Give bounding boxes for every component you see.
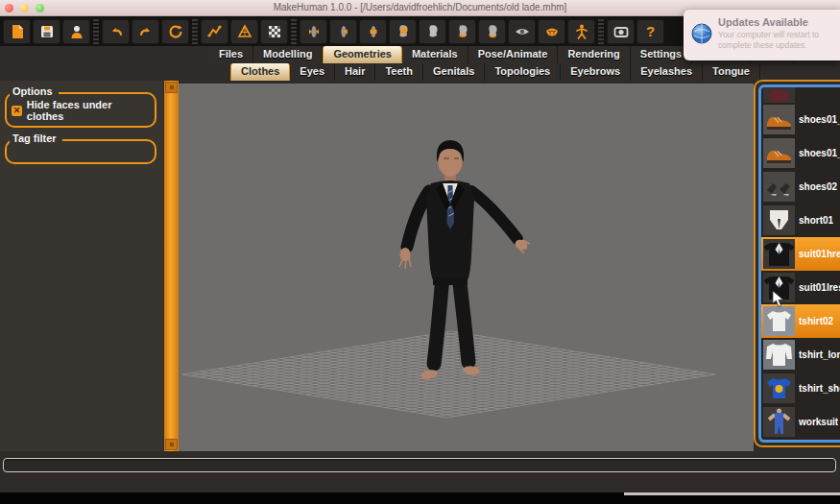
pose-figure-icon [573, 23, 590, 40]
left-panel-scrollbar[interactable] [164, 81, 179, 451]
camera-icon [612, 23, 630, 40]
list-item-shoes01-l[interactable]: shoes01_l [761, 136, 840, 170]
help-icon: ? [646, 24, 655, 38]
subtab-hair[interactable]: Hair [335, 63, 375, 81]
reload-button[interactable] [161, 19, 189, 44]
reload-icon [167, 23, 184, 40]
thumbnail-white-longsleeve [763, 340, 795, 370]
item-label: suit01hres [799, 249, 840, 259]
camera-button[interactable] [607, 19, 635, 44]
update-notification[interactable]: Updates Available Your computer will res… [684, 10, 840, 60]
head-chin-icon [454, 23, 471, 40]
left-options-panel: Options ✕ Hide faces under clothes Tag f… [0, 81, 163, 451]
undo-icon [108, 23, 125, 40]
head-neck-icon [484, 23, 501, 40]
toolbar-separator [192, 19, 198, 44]
symmetry-left-button[interactable] [329, 19, 357, 44]
list-item-shoes01-h[interactable]: shoes01_h [761, 103, 840, 136]
tab-geometries[interactable]: Geometries [323, 46, 402, 63]
subtab-tongue[interactable]: Tongue [703, 63, 760, 81]
toolbar-separator [598, 19, 604, 44]
list-item-short01[interactable]: short01 [761, 204, 840, 237]
symmetry-box-button[interactable] [359, 19, 387, 44]
face-texture-button[interactable] [389, 19, 417, 44]
item-label: shoes02 [799, 181, 837, 192]
pose-figure-button[interactable] [567, 19, 595, 44]
thumbnail-blue-overalls [763, 407, 795, 437]
symmetry-right-button[interactable] [300, 19, 327, 44]
undo-button[interactable] [102, 19, 130, 44]
list-item-tshirt-long[interactable]: tshirt_long [761, 338, 840, 372]
clothes-list-frame: shoes01_h shoes01_l shoes02 short01 [754, 80, 840, 447]
subtab-eyelashes[interactable]: Eyelashes [631, 63, 703, 81]
subtab-eyebrows[interactable]: Eyebrows [561, 63, 631, 81]
thumbnail-black-suit [763, 239, 795, 269]
list-item-tshirt02[interactable]: tshirt02 [761, 304, 840, 338]
new-button[interactable] [3, 19, 31, 44]
load-icon [68, 23, 85, 40]
mesh-button[interactable] [230, 19, 258, 44]
subtab-teeth[interactable]: Teeth [375, 63, 423, 81]
tag-filter-group: Tag filter [5, 139, 156, 164]
list-item-worksuit[interactable]: worksuit [761, 405, 840, 439]
thumbnail-blue-tshirt [763, 373, 795, 403]
options-group-label: Options [10, 85, 59, 97]
load-button[interactable] [62, 19, 90, 44]
list-item-shoes02[interactable]: shoes02 [761, 170, 840, 204]
toolbar-separator [93, 19, 99, 44]
help-button[interactable]: ? [636, 19, 664, 44]
mesh-icon [236, 23, 253, 40]
thumbnail-white-shorts [763, 205, 795, 235]
list-item-suit01hres[interactable]: suit01hres [761, 237, 840, 271]
item-label: worksuit [799, 417, 838, 427]
eye-button[interactable] [508, 19, 536, 44]
tab-files[interactable]: Files [209, 46, 253, 63]
thumbnail-sneaker-orange [763, 105, 795, 134]
symmetry-right-icon [305, 23, 323, 40]
new-icon [9, 23, 26, 40]
bottom-bar [0, 492, 840, 504]
head-chin-button[interactable] [448, 19, 476, 44]
viewport-3d[interactable] [179, 84, 754, 451]
thumbnail-sneaker-orange [763, 138, 795, 168]
sub-tabbar: Clothes Eyes Hair Teeth Genitals Topolog… [0, 63, 840, 81]
hide-faces-label: Hide faces under clothes [27, 99, 150, 122]
subtab-topologies[interactable]: Topologies [485, 63, 561, 81]
tab-rendering[interactable]: Rendering [558, 46, 630, 63]
scrollbar-down-button[interactable] [165, 439, 178, 450]
item-label: shoes01_l [799, 148, 840, 158]
tab-pose-animate[interactable]: Pose/Animate [468, 46, 559, 63]
makehuman-window: MakeHuman 1.0.0 - [/Users/davidfroehlich… [0, 0, 840, 504]
scrollbar-up-button[interactable] [165, 82, 178, 93]
list-item-tshirt-shor[interactable]: tshirt_shor [761, 372, 840, 405]
head-neck-button[interactable] [478, 19, 506, 44]
mouse-cursor [772, 290, 784, 308]
grid-button[interactable] [260, 19, 288, 44]
item-label: suit01lres [799, 282, 840, 293]
teeth-button[interactable] [538, 19, 565, 44]
progress-bar [3, 458, 836, 472]
thumbnail-dark-shoe-pair [763, 172, 795, 202]
thumbnail-unknown-dark [763, 87, 795, 103]
subtab-clothes[interactable]: Clothes [230, 63, 290, 81]
redo-button[interactable] [132, 19, 159, 44]
eye-icon [514, 23, 531, 40]
redo-icon [137, 23, 155, 40]
notification-body: Your computer will restart to complete t… [718, 30, 834, 50]
checkbox-checked-icon[interactable]: ✕ [12, 106, 22, 116]
bottom-bar-highlight [624, 492, 840, 495]
face-texture-icon [395, 23, 412, 40]
list-item-partial[interactable] [761, 87, 840, 103]
pose-graph-icon [206, 23, 224, 40]
tab-modelling[interactable]: Modelling [253, 46, 323, 63]
hide-faces-checkbox-row[interactable]: ✕ Hide faces under clothes [12, 99, 150, 122]
tab-materials[interactable]: Materials [402, 46, 468, 63]
item-label: tshirt02 [799, 316, 833, 326]
head-plain-button[interactable] [419, 19, 446, 44]
pose-graph-button[interactable] [201, 19, 228, 44]
save-button[interactable] [33, 19, 60, 44]
toolbar-separator [291, 19, 297, 44]
subtab-eyes[interactable]: Eyes [290, 63, 335, 81]
software-update-icon [691, 23, 712, 44]
subtab-genitals[interactable]: Genitals [423, 63, 485, 81]
